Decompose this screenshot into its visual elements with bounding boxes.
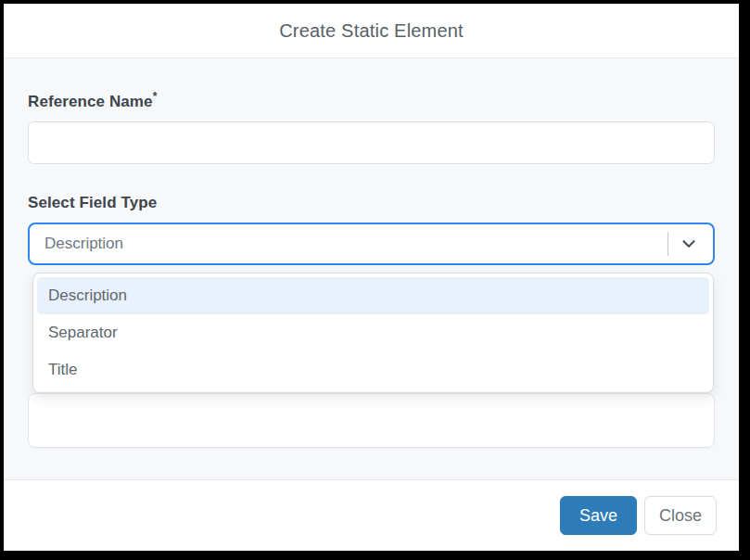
reference-name-field-group: Reference Name*: [28, 90, 715, 164]
close-button[interactable]: Close: [644, 496, 717, 535]
chevron-down-icon[interactable]: [679, 234, 699, 254]
select-field-type-label: Select Field Type: [28, 194, 715, 212]
field-type-select-wrap: Description Description Separator Title: [28, 223, 715, 265]
description-textarea[interactable]: [28, 393, 715, 448]
reference-name-label-text: Reference Name: [28, 93, 153, 110]
field-type-dropdown-panel: Description Separator Title: [32, 273, 714, 393]
field-type-select[interactable]: Description: [28, 223, 715, 265]
modal-header: Create Static Element: [4, 4, 739, 58]
modal-footer: Save Close: [4, 479, 739, 551]
select-end-adornment: [667, 232, 713, 256]
save-button[interactable]: Save: [560, 496, 637, 535]
reference-name-label: Reference Name*: [28, 90, 715, 111]
dropdown-option-title[interactable]: Title: [37, 351, 709, 388]
field-type-selected-value: Description: [30, 235, 667, 253]
create-static-element-modal: Create Static Element Reference Name* Se…: [4, 4, 739, 551]
modal-body: Reference Name* Select Field Type Descri…: [4, 58, 739, 479]
modal-title: Create Static Element: [279, 20, 464, 42]
dropdown-option-separator[interactable]: Separator: [37, 314, 709, 351]
field-type-field-group: Select Field Type Description Descriptio…: [28, 194, 715, 448]
required-asterisk: *: [153, 90, 158, 103]
dropdown-option-description[interactable]: Description: [37, 277, 709, 314]
reference-name-input[interactable]: [28, 121, 715, 164]
select-divider: [667, 232, 668, 256]
